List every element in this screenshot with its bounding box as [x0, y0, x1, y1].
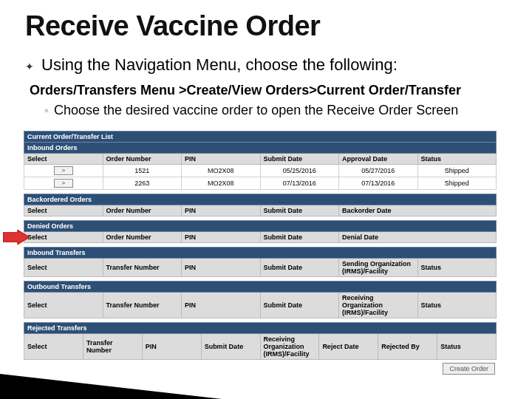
- backordered-header-row: Select Order Number PIN Submit Date Back…: [24, 205, 497, 216]
- footer-buttons: Create Order: [24, 360, 497, 375]
- col-submit-date: Submit Date: [260, 258, 339, 276]
- section-header-rejected-transfers: Rejected Transfers: [24, 323, 497, 334]
- col-pin: PIN: [182, 205, 261, 216]
- col-pin: PIN: [182, 231, 261, 242]
- col-pin: PIN: [182, 153, 261, 164]
- col-submit-date: Submit Date: [260, 292, 339, 318]
- col-select: Select: [24, 153, 103, 164]
- col-transfer-number: Transfer Number: [83, 334, 142, 360]
- col-approval-date: Approval Date: [339, 153, 418, 164]
- bullet-level-1: ✦ Using the Navigation Menu, choose the …: [25, 55, 507, 78]
- cell-status: Shipped: [417, 164, 497, 177]
- cell-approval-date: 05/27/2016: [339, 164, 418, 177]
- cell-submit-date: 05/25/2016: [260, 164, 339, 177]
- col-select: Select: [24, 258, 103, 276]
- col-rejected-by: Rejected By: [378, 334, 437, 360]
- col-pin: PIN: [142, 334, 201, 360]
- col-sending-org: Sending Organization (IRMS)/Facility: [339, 258, 418, 276]
- col-order-number: Order Number: [103, 231, 182, 242]
- col-submit-date: Submit Date: [201, 334, 260, 360]
- rejected-transfers-table: Rejected Transfers Select Transfer Numbe…: [24, 322, 497, 360]
- inbound-orders-header-row: Select Order Number PIN Submit Date Appr…: [24, 153, 497, 164]
- col-submit-date: Submit Date: [260, 153, 339, 164]
- section-header-inbound-orders: Inbound Orders: [24, 142, 497, 153]
- select-button[interactable]: >: [54, 179, 73, 188]
- slide: Receive Vaccine Order ✦ Using the Naviga…: [0, 0, 532, 399]
- cell-submit-date: 07/13/2016: [260, 177, 339, 189]
- cell-order-number: 1521: [103, 164, 182, 177]
- section-header-backordered: Backordered Orders: [24, 194, 497, 205]
- col-reject-date: Reject Date: [319, 334, 378, 360]
- col-receiving-org: Receiving Organization (IRMS)/Facility: [260, 334, 319, 360]
- cell-status: Shipped: [417, 177, 497, 189]
- orders-table: Current Order/Transfer List Inbound Orde…: [24, 131, 497, 323]
- svg-marker-0: [3, 230, 30, 245]
- col-status: Status: [437, 334, 497, 360]
- col-transfer-number: Transfer Number: [103, 258, 182, 276]
- order-list-screenshot: Current Order/Transfer List Inbound Orde…: [24, 131, 497, 375]
- bullet1-text: Using the Navigation Menu, choose the fo…: [41, 55, 398, 75]
- col-status: Status: [417, 153, 497, 164]
- bullet-glyph: ✦: [25, 55, 34, 78]
- cell-approval-date: 07/13/2016: [339, 177, 418, 189]
- col-select: Select: [24, 231, 103, 242]
- col-transfer-number: Transfer Number: [103, 292, 182, 318]
- bullet-level-2: ◦ Choose the desired vaccine order to op…: [44, 102, 499, 119]
- cell-order-number: 2263: [103, 177, 182, 189]
- sub-bullet-glyph: ◦: [44, 102, 48, 119]
- col-pin: PIN: [182, 292, 261, 318]
- denied-header-row: Select Order Number PIN Submit Date Deni…: [24, 231, 497, 242]
- col-order-number: Order Number: [103, 205, 182, 216]
- section-header-denied: Denied Orders: [24, 220, 497, 231]
- col-backorder-date: Backorder Date: [339, 205, 497, 216]
- section-header-current: Current Order/Transfer List: [24, 131, 497, 142]
- table-row: > 1521 MO2X08 05/25/2016 05/27/2016 Ship…: [24, 164, 497, 177]
- col-status: Status: [417, 258, 497, 276]
- table-row: > 2263 MO2X08 07/13/2016 07/13/2016 Ship…: [24, 177, 497, 189]
- select-button[interactable]: >: [54, 166, 73, 175]
- col-submit-date: Submit Date: [260, 231, 339, 242]
- col-denial-date: Denial Date: [339, 231, 497, 242]
- menu-path: Orders/Transfers Menu >Create/View Order…: [30, 82, 502, 99]
- create-order-button[interactable]: Create Order: [443, 363, 495, 375]
- inbound-transfers-header-row: Select Transfer Number PIN Submit Date S…: [24, 258, 497, 276]
- rejected-transfers-header-row: Select Transfer Number PIN Submit Date R…: [24, 334, 497, 360]
- cell-pin: MO2X08: [182, 177, 261, 189]
- callout-arrow-icon: [3, 229, 30, 245]
- bullet2-text: Choose the desired vaccine order to open…: [54, 102, 458, 119]
- decorative-wedge: [0, 374, 222, 399]
- col-select: Select: [24, 292, 103, 318]
- col-select: Select: [24, 205, 103, 216]
- col-receiving-org: Receiving Organization (IRMS)/Facility: [339, 292, 418, 318]
- section-header-outbound-transfers: Outbound Transfers: [24, 281, 497, 292]
- col-order-number: Order Number: [103, 153, 182, 164]
- col-status: Status: [417, 292, 497, 318]
- cell-pin: MO2X08: [182, 164, 261, 177]
- col-submit-date: Submit Date: [260, 205, 339, 216]
- page-title: Receive Vaccine Order: [25, 10, 507, 42]
- col-pin: PIN: [182, 258, 261, 276]
- outbound-transfers-header-row: Select Transfer Number PIN Submit Date R…: [24, 292, 497, 318]
- section-header-inbound-transfers: Inbound Transfers: [24, 247, 497, 258]
- col-select: Select: [24, 334, 83, 360]
